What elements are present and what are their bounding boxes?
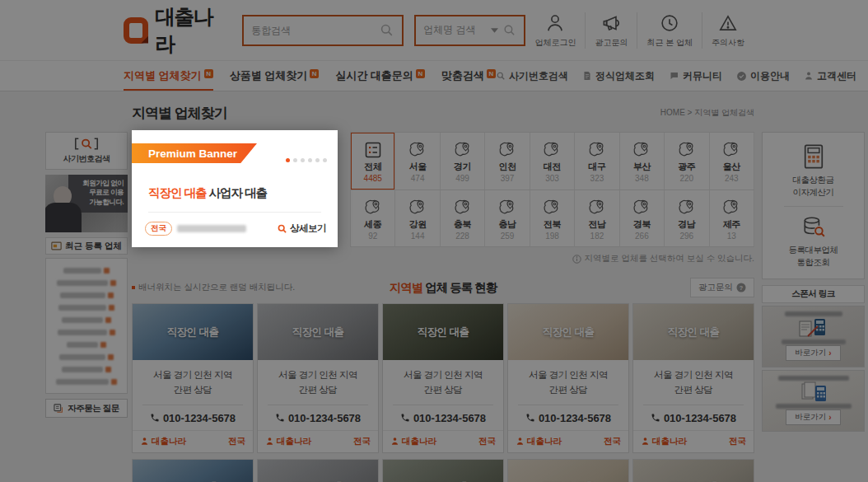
carousel-dot[interactable]	[323, 158, 327, 162]
blurred-company-name	[177, 225, 246, 232]
carousel-dot[interactable]	[293, 158, 297, 162]
region-badge: 전국	[145, 222, 172, 236]
dim-overlay[interactable]	[0, 0, 868, 482]
premium-ribbon: Premium Banner	[132, 143, 257, 163]
detail-link[interactable]: 상세보기	[277, 222, 326, 235]
carousel-dot[interactable]	[301, 158, 305, 162]
carousel-dots	[286, 158, 327, 162]
search-icon	[277, 223, 287, 234]
carousel-dot[interactable]	[315, 158, 320, 162]
premium-banner[interactable]: Premium Banner 직장인 대출 사업자 대출 전국 상세보기	[132, 130, 338, 247]
carousel-dot[interactable]	[286, 158, 290, 162]
carousel-dot[interactable]	[308, 158, 312, 162]
premium-title: 직장인 대출 사업자 대출	[148, 185, 267, 201]
